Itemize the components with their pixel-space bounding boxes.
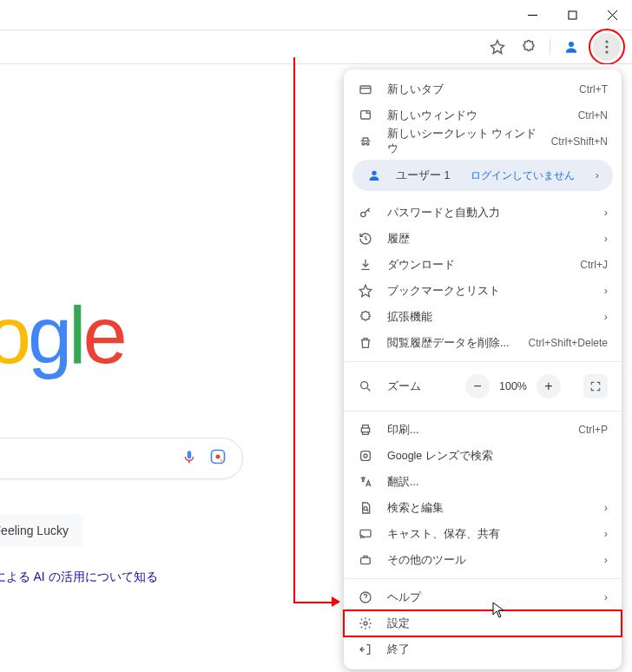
person-icon — [366, 168, 382, 183]
document-search-icon — [358, 500, 373, 516]
menu-separator — [344, 578, 622, 579]
svg-rect-16 — [361, 451, 371, 461]
menu-label: 検索と編集 — [387, 501, 590, 516]
star-icon — [358, 283, 373, 299]
chrome-main-menu: 新しいタブ Ctrl+T 新しいウィンドウ Ctrl+N 新しいシークレット ウ… — [344, 69, 622, 669]
annotation-circle — [589, 29, 625, 65]
bookmark-star-icon[interactable] — [484, 33, 511, 61]
zoom-out-button[interactable]: − — [465, 374, 490, 399]
menu-label: ズーム — [387, 379, 451, 394]
menu-accel: Ctrl+Shift+Delete — [529, 337, 608, 349]
menu-label: Google レンズで検索 — [387, 449, 608, 464]
svg-point-13 — [361, 212, 365, 216]
zoom-percent: 100% — [498, 380, 528, 392]
voice-search-icon[interactable] — [181, 449, 197, 468]
menu-item-exit[interactable]: 終了 — [344, 636, 622, 662]
profile-avatar-icon[interactable] — [557, 33, 585, 61]
menu-label: 履歴 — [387, 232, 590, 247]
chevron-right-icon: › — [596, 169, 599, 181]
menu-accel: Ctrl+P — [578, 424, 608, 436]
menu-label: 閲覧履歴データを削除... — [387, 336, 515, 351]
menu-label: キャスト、保存、共有 — [387, 527, 590, 542]
window-icon — [358, 108, 373, 123]
menu-item-settings[interactable]: 設定 — [344, 610, 622, 636]
tab-icon — [358, 82, 373, 97]
svg-point-14 — [361, 382, 368, 389]
menu-item-history[interactable]: 履歴 › — [344, 226, 622, 252]
menu-item-clear-browsing-data[interactable]: 閲覧履歴データを削除... Ctrl+Shift+Delete — [344, 330, 622, 356]
download-icon — [358, 257, 373, 273]
menu-label: 新しいタブ — [387, 82, 565, 97]
window-maximize-button[interactable] — [552, 0, 592, 30]
svg-rect-8 — [360, 86, 371, 94]
svg-point-6 — [216, 455, 221, 459]
svg-point-17 — [364, 454, 367, 458]
google-search-input[interactable] — [0, 438, 243, 479]
menu-label: ユーザー 1 — [396, 168, 457, 183]
printer-icon — [358, 422, 373, 438]
help-icon — [358, 590, 373, 605]
menu-item-extensions[interactable]: 拡張機能 › — [344, 304, 622, 330]
menu-item-bookmarks[interactable]: ブックマークとリスト › — [344, 278, 622, 304]
fullscreen-button[interactable] — [583, 374, 608, 399]
window-titlebar — [0, 0, 632, 30]
menu-item-cast-save-share[interactable]: キャスト、保存、共有 › — [344, 521, 622, 547]
translate-icon — [358, 474, 373, 490]
menu-item-translate[interactable]: 翻訳... — [344, 469, 622, 495]
menu-item-new-tab[interactable]: 新しいタブ Ctrl+T — [344, 76, 622, 102]
menu-label: 設定 — [387, 616, 608, 631]
chevron-right-icon: › — [604, 554, 608, 566]
svg-point-7 — [221, 459, 222, 462]
feeling-lucky-button[interactable]: m Feeling Lucky — [0, 514, 83, 547]
svg-rect-0 — [569, 11, 576, 19]
menu-accel: Ctrl+Shift+N — [551, 135, 608, 148]
magnifier-icon — [358, 379, 373, 394]
menu-label: 翻訳... — [387, 475, 608, 490]
svg-point-11 — [366, 142, 369, 145]
chevron-right-icon: › — [604, 591, 608, 603]
svg-rect-9 — [361, 111, 371, 119]
menu-item-incognito[interactable]: 新しいシークレット ウィンドウ Ctrl+Shift+N — [344, 128, 622, 155]
browser-toolbar — [0, 30, 632, 64]
menu-label: その他のツール — [387, 553, 590, 568]
menu-label: パスワードと自動入力 — [387, 206, 590, 221]
menu-accel: Ctrl+T — [579, 83, 608, 96]
svg-point-12 — [372, 171, 376, 175]
zoom-in-button[interactable]: + — [537, 374, 561, 399]
svg-point-1 — [569, 42, 574, 47]
menu-item-more-tools[interactable]: その他のツール › — [344, 547, 622, 573]
key-icon — [358, 205, 373, 221]
trash-icon — [358, 335, 373, 351]
menu-label: 新しいシークレット ウィンドウ — [387, 127, 537, 156]
menu-item-zoom: ズーム − 100% + — [344, 367, 622, 405]
menu-separator — [344, 361, 622, 362]
chevron-right-icon: › — [604, 233, 608, 245]
toolbar-divider — [550, 39, 550, 55]
incognito-icon — [358, 134, 373, 149]
menu-item-new-window[interactable]: 新しいウィンドウ Ctrl+N — [344, 102, 622, 128]
chevron-right-icon: › — [604, 285, 608, 297]
extensions-puzzle-icon[interactable] — [515, 33, 543, 61]
svg-rect-15 — [361, 428, 369, 432]
menu-label: 拡張機能 — [387, 310, 590, 325]
menu-item-downloads[interactable]: ダウンロード Ctrl+J — [344, 252, 622, 278]
lens-icon — [358, 448, 373, 464]
window-close-button[interactable] — [592, 0, 632, 30]
menu-item-lens-search[interactable]: Google レンズで検索 — [344, 443, 622, 469]
gear-icon — [358, 616, 373, 631]
exit-icon — [358, 642, 373, 657]
menu-item-find-and-edit[interactable]: 検索と編集 › — [344, 495, 622, 521]
window-minimize-button[interactable] — [512, 0, 552, 30]
lens-search-icon[interactable] — [209, 448, 227, 469]
chevron-right-icon: › — [604, 528, 608, 540]
svg-point-10 — [362, 142, 365, 145]
chevron-right-icon: › — [604, 502, 608, 514]
menu-item-user-profile[interactable]: ユーザー 1 ログインしていません › — [352, 160, 613, 191]
menu-label: ヘルプ — [387, 590, 590, 605]
menu-item-passwords[interactable]: パスワードと自動入力 › — [344, 200, 622, 226]
briefcase-icon — [358, 552, 373, 568]
google-ai-link[interactable]: gle による AI の活用について知る — [0, 570, 158, 585]
menu-item-help[interactable]: ヘルプ › — [344, 584, 622, 610]
menu-item-print[interactable]: 印刷... Ctrl+P — [344, 417, 622, 443]
menu-label: 新しいウィンドウ — [387, 109, 564, 123]
